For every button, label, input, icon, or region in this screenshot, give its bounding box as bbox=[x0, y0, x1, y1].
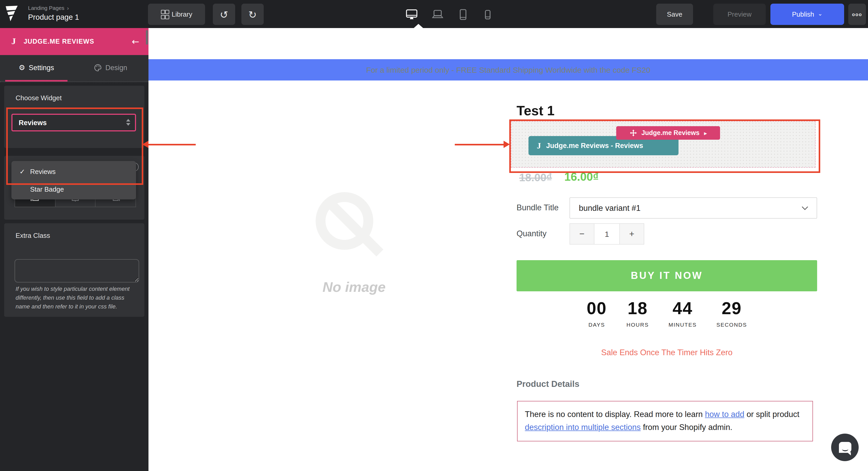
active-device-indicator bbox=[414, 24, 423, 28]
redo-button[interactable]: ↻ bbox=[241, 4, 264, 25]
library-button-label: Library bbox=[172, 10, 192, 18]
widget-panel-title: JUDGE.ME REVIEWS bbox=[24, 38, 94, 45]
dropdown-option-label: Star Badge bbox=[30, 185, 64, 193]
judgeme-logo-icon: J bbox=[11, 36, 16, 47]
timer-minutes-unit: MINUTES bbox=[669, 321, 697, 328]
more-options-button[interactable]: ooo bbox=[848, 4, 866, 25]
tab-design[interactable]: Design bbox=[74, 55, 147, 80]
publish-button[interactable]: Publish ⌄ bbox=[770, 4, 844, 25]
badge-caret-right-icon[interactable]: ▸ bbox=[704, 130, 707, 136]
logo-glyph bbox=[4, 6, 19, 22]
device-switcher bbox=[405, 4, 493, 25]
product-details-box: There is no content to display. Read mor… bbox=[517, 401, 813, 441]
timer-minutes: 44 MINUTES bbox=[669, 299, 697, 328]
move-handle-icon bbox=[629, 129, 637, 137]
judgeme-tag-logo-icon: J bbox=[537, 141, 541, 150]
quantity-stepper: − 1 + bbox=[569, 223, 644, 244]
select-arrows-icon bbox=[126, 119, 130, 126]
sale-ends-note: Sale Ends Once The Timer Hits Zero bbox=[517, 348, 817, 357]
save-button-label: Save bbox=[667, 10, 682, 18]
library-grid-icon bbox=[161, 9, 168, 19]
extra-class-input[interactable] bbox=[14, 259, 139, 283]
mobile-device-icon[interactable] bbox=[482, 7, 493, 21]
laptop-device-icon[interactable] bbox=[431, 7, 444, 21]
undo-button[interactable]: ↺ bbox=[213, 4, 235, 25]
select-chevron-down-icon bbox=[802, 206, 808, 210]
announcement-banner: For a limited period only - FREE Standar… bbox=[149, 59, 868, 81]
bundle-variant-value: bundle variant #1 bbox=[579, 203, 641, 213]
tab-design-label: Design bbox=[105, 64, 127, 71]
product-details-heading: Product Details bbox=[517, 379, 579, 389]
extra-class-card: Extra Class If you wish to style particu… bbox=[4, 223, 144, 317]
page-title: Product page 1 bbox=[28, 13, 79, 21]
publish-button-label: Publish bbox=[792, 10, 814, 18]
judgeme-tag-label: Judge.me Reviews - Reviews bbox=[546, 142, 643, 150]
product-title[interactable]: Test 1 bbox=[517, 103, 554, 119]
annotation-arrow-right-head bbox=[503, 141, 510, 148]
breadcrumb-chevron-icon: › bbox=[67, 5, 69, 11]
save-button[interactable]: Save bbox=[656, 4, 693, 25]
tab-settings[interactable]: ⚙ Settings bbox=[0, 55, 73, 80]
annotation-arrow-right-line bbox=[455, 144, 503, 145]
widget-panel-header: J JUDGE.ME REVIEWS ← bbox=[0, 28, 149, 55]
extra-class-help-text: If you wish to style particular content … bbox=[16, 285, 136, 311]
more-options-icon: ooo bbox=[852, 12, 862, 17]
breadcrumb-label[interactable]: Landing Pages bbox=[28, 5, 64, 11]
timer-days-value: 00 bbox=[587, 299, 607, 318]
details-text: There is no content to display. Read mor… bbox=[525, 410, 705, 418]
top-toolbar: Landing Pages › Product page 1 Library ↺… bbox=[0, 0, 868, 28]
timer-seconds-unit: SECONDS bbox=[716, 321, 747, 328]
dropdown-option-star-badge[interactable]: Star Badge bbox=[11, 180, 136, 198]
quantity-value[interactable]: 1 bbox=[594, 223, 619, 244]
bundle-variant-select[interactable]: bundle variant #1 bbox=[569, 197, 817, 218]
timer-hours-value: 18 bbox=[627, 299, 649, 318]
app-logo-icon[interactable] bbox=[4, 5, 21, 23]
quantity-increase-button[interactable]: + bbox=[619, 223, 644, 244]
chat-launcher-button[interactable] bbox=[831, 434, 859, 461]
preview-button-label: Preview bbox=[727, 10, 752, 18]
preview-button[interactable]: Preview bbox=[713, 4, 766, 25]
how-to-add-link[interactable]: how to add bbox=[705, 410, 744, 418]
library-button[interactable]: Library bbox=[148, 4, 205, 25]
choose-widget-label: Choose Widget bbox=[16, 94, 62, 102]
quantity-decrease-button[interactable]: − bbox=[569, 223, 594, 244]
extra-class-label: Extra Class bbox=[16, 232, 50, 239]
timer-minutes-value: 44 bbox=[669, 299, 697, 318]
tab-settings-label: Settings bbox=[29, 64, 54, 71]
timer-days: 00 DAYS bbox=[587, 299, 607, 328]
no-image-label: No image bbox=[296, 279, 412, 295]
timer-hours-unit: HOURS bbox=[627, 321, 649, 328]
annotation-arrow-left-head bbox=[142, 141, 149, 148]
settings-gear-icon: ⚙ bbox=[19, 63, 25, 72]
timer-hours: 18 HOURS bbox=[627, 299, 649, 328]
details-text: or split product bbox=[744, 410, 800, 418]
annotation-arrow-left-line bbox=[148, 144, 196, 145]
breadcrumb[interactable]: Landing Pages › bbox=[28, 5, 69, 11]
back-arrow-icon[interactable]: ← bbox=[132, 36, 140, 47]
panel-scrollbar-thumb[interactable] bbox=[146, 30, 148, 45]
undo-icon: ↺ bbox=[220, 8, 228, 20]
timer-seconds-value: 29 bbox=[716, 299, 747, 318]
description-sections-link[interactable]: description into multiple sections bbox=[525, 423, 641, 432]
chat-bubble-icon bbox=[839, 442, 851, 453]
dropdown-option-label: Reviews bbox=[30, 168, 56, 175]
judgeme-element-badge[interactable]: Judge.me Reviews ▸ bbox=[616, 126, 720, 140]
tablet-device-icon[interactable] bbox=[457, 7, 469, 21]
timer-days-unit: DAYS bbox=[587, 321, 607, 328]
editor-app: Landing Pages › Product page 1 Library ↺… bbox=[0, 0, 868, 471]
widget-select-dropdown: ✓ Reviews Star Badge bbox=[11, 161, 136, 199]
redo-icon: ↻ bbox=[248, 8, 257, 20]
timer-seconds: 29 SECONDS bbox=[716, 299, 747, 328]
panel-tabs: ⚙ Settings Design bbox=[0, 55, 149, 82]
selected-check-icon: ✓ bbox=[17, 168, 28, 175]
choose-widget-card: Choose Widget Reviews bbox=[4, 86, 144, 148]
sale-price: 16.00₫ bbox=[564, 170, 599, 184]
judgeme-badge-label: Judge.me Reviews bbox=[641, 129, 700, 137]
widget-select[interactable]: Reviews bbox=[11, 114, 136, 131]
buy-it-now-button[interactable]: BUY IT NOW bbox=[517, 260, 817, 291]
dropdown-option-reviews[interactable]: ✓ Reviews bbox=[11, 163, 136, 180]
bundle-title-label: Bundle Title bbox=[517, 203, 559, 212]
publish-chevron-icon: ⌄ bbox=[818, 10, 822, 17]
details-text: from your Shopify admin. bbox=[641, 423, 732, 432]
desktop-device-icon[interactable] bbox=[405, 7, 418, 21]
